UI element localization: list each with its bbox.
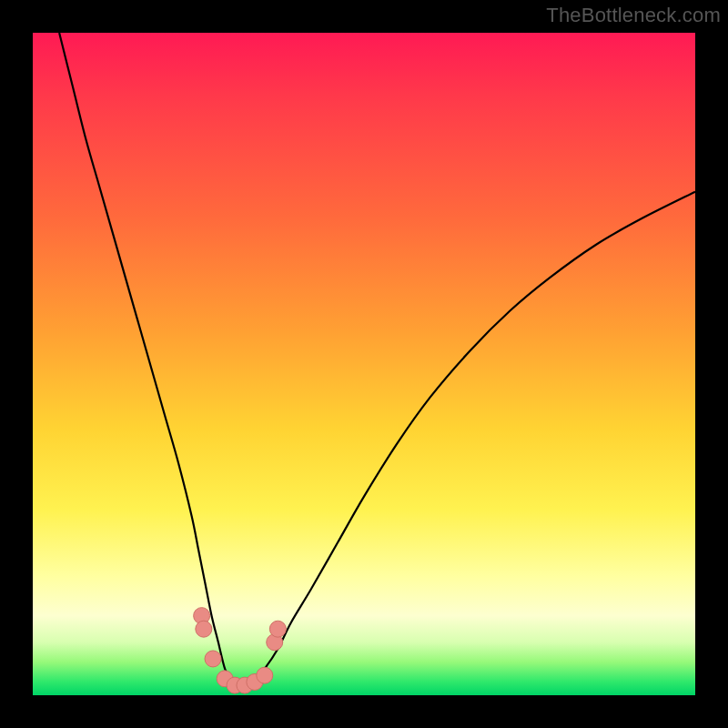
curve-marker [257, 667, 273, 683]
bottleneck-curve [59, 33, 695, 690]
watermark-text: TheBottleneck.com [546, 4, 721, 27]
curve-marker [205, 651, 221, 667]
chart-svg [33, 33, 695, 695]
chart-frame: TheBottleneck.com [0, 0, 728, 728]
curve-markers [194, 608, 287, 693]
curve-marker [269, 621, 286, 637]
curve-marker [196, 621, 212, 637]
chart-plot-area [33, 33, 695, 695]
